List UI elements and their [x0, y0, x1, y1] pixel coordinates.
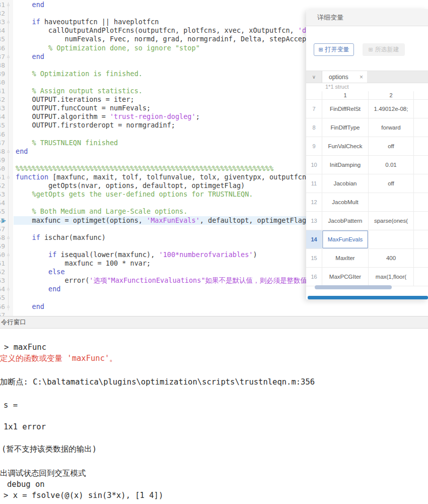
column-header[interactable]: 2 [369, 91, 414, 100]
fold-marker-icon[interactable]: ⌂ [5, 233, 12, 242]
code-line: getOpts(nvar, options, defaultopt, optim… [16, 181, 245, 190]
table-row: 8FinDiffTypeforward [306, 118, 428, 137]
fold-marker-icon[interactable]: ⌂ [5, 302, 12, 311]
console-line: > maxFunc [4, 343, 46, 352]
cell-field-value[interactable] [369, 193, 414, 212]
variable-table: 127FinDiffRelSt1.49012e-08;8FinDiffTypef… [306, 91, 428, 286]
line-number: 350 [0, 164, 5, 173]
close-icon[interactable]: × [360, 74, 367, 81]
cell-empty[interactable] [414, 212, 428, 230]
table-row: 7FinDiffRelSt1.49012e-08; [306, 100, 428, 118]
cell-field-name[interactable]: Jacobian [322, 174, 369, 193]
line-number: 358 [0, 233, 5, 242]
cell-field-name[interactable]: MaxIter [322, 249, 369, 268]
table-row: 12JacobMult [306, 193, 428, 212]
cell-empty[interactable] [414, 174, 428, 193]
line-number: 356 [0, 216, 5, 225]
new-from-selection-button[interactable]: ⊞ 所选新建 [363, 43, 405, 56]
scrollbar-thumb[interactable] [315, 285, 392, 289]
fold-marker-icon[interactable]: ⌂ [5, 1, 12, 9]
line-number: 334 [0, 26, 5, 35]
cell-field-name[interactable]: FinDiffRelSt [322, 100, 369, 118]
variable-type-label: 1*1 struct [306, 83, 428, 91]
new-from-selection-label: 所选新建 [375, 45, 399, 54]
code-line: callOutputAndPlotFcns(outputfcn, plotfcn… [16, 26, 355, 35]
code-line: end [16, 285, 60, 293]
row-number[interactable]: 12 [306, 193, 322, 212]
console-line: (暂不支持该类数据的输出) [2, 445, 97, 454]
cell-empty[interactable] [414, 193, 428, 212]
horizontal-scrollbar[interactable] [306, 285, 428, 290]
row-number[interactable]: 9 [306, 137, 322, 156]
line-number: 348 [0, 147, 5, 156]
line-number: 338 [0, 61, 5, 70]
row-number[interactable]: 10 [306, 156, 322, 174]
line-number: 367 [0, 311, 5, 316]
column-header[interactable]: 1 [322, 91, 369, 100]
cell-empty[interactable] [414, 156, 428, 174]
fold-marker-icon[interactable]: ⌂ [5, 18, 12, 26]
row-number[interactable]: 7 [306, 100, 322, 118]
row-number[interactable]: 14 [306, 230, 322, 249]
fold-marker-icon[interactable]: ⌂ [5, 285, 12, 293]
cell-field-name[interactable]: JacobMult [322, 193, 369, 212]
cell-field-value[interactable]: forward [369, 118, 414, 137]
row-number[interactable]: 11 [306, 174, 322, 193]
cell-field-name[interactable]: FinDiffType [322, 118, 369, 137]
line-number: 364 [0, 285, 5, 293]
line-number: 332 [0, 9, 5, 18]
command-window-title: 令行窗口 [1, 317, 26, 328]
cell-field-value[interactable] [369, 230, 414, 249]
fold-marker-icon[interactable]: ⌂ [5, 250, 12, 259]
code-line: %getOpts gets the user-defined options f… [16, 190, 253, 199]
cell-field-value[interactable]: 1.49012e-08; [369, 100, 414, 118]
cell-field-value[interactable]: max(1,floor( [369, 268, 414, 286]
cell-empty[interactable] [414, 230, 428, 249]
open-variable-button[interactable]: ⊞ 打开变量 [314, 43, 354, 56]
chevron-down-icon[interactable]: ∨ [306, 71, 322, 83]
cell-field-name[interactable]: FunValCheck [322, 137, 369, 156]
cell-field-value[interactable]: off [369, 137, 414, 156]
row-number[interactable]: 15 [306, 249, 322, 268]
command-window[interactable]: > maxFunc定义的函数或变量 'maxFunc'。加断点: C:\balt… [0, 329, 428, 504]
code-line: OUTPUT.funcCount = numFevals; [16, 104, 151, 112]
code-line: maxfunc = optimget(options, 'MaxFunEvals… [16, 216, 314, 225]
line-number: 351 [0, 173, 5, 181]
fold-marker-icon[interactable]: ⌂ [5, 147, 12, 156]
selected-cell-field-name[interactable]: MaxFunEvals [322, 230, 369, 249]
console-line: 出调试状态回到交互模式 [0, 469, 86, 478]
row-number[interactable]: 13 [306, 212, 322, 230]
line-number: 335 [0, 35, 5, 43]
console-line: s = [4, 401, 18, 410]
code-line: % Optimization done, so ignore "stop" [16, 44, 200, 52]
variables-panel: 详细变量 ⊞ 打开变量 ⊞ 所选新建 ∨ options × 1*1 struc… [306, 9, 428, 299]
cell-field-value[interactable]: off [369, 174, 414, 193]
cell-empty[interactable] [414, 118, 428, 137]
fold-marker-icon[interactable]: ⌂ [5, 173, 12, 181]
code-line: maxfunc = 100 * nvar; [16, 259, 151, 268]
cell-field-value[interactable]: 0.01 [369, 156, 414, 174]
grid-icon: ⊞ [368, 47, 373, 52]
cell-field-name[interactable]: MaxPCGIter [322, 268, 369, 286]
cell-field-value[interactable]: sparse(ones( [369, 212, 414, 230]
cell-field-name[interactable]: InitDamping [322, 156, 369, 174]
code-line: if isequal(lower(maxfunc), '100*numberof… [16, 250, 257, 259]
line-number: 333 [0, 18, 5, 26]
row-number[interactable]: 8 [306, 118, 322, 137]
console-line: 1x1 error [4, 422, 46, 432]
cell-empty[interactable] [414, 100, 428, 118]
open-variable-label: 打开变量 [325, 45, 349, 54]
code-line: error('选项"MaxFunctionEvaluations"如果不是默认值… [16, 276, 322, 285]
cell-empty[interactable] [414, 249, 428, 268]
line-number: 347 [0, 139, 5, 147]
tab-options[interactable]: options × [322, 71, 367, 83]
code-line: OUTPUT.algorithm = 'trust-region-dogleg'… [16, 112, 200, 121]
fold-marker-icon[interactable]: ⌂ [5, 52, 12, 61]
cell-empty[interactable] [414, 137, 428, 156]
cell-field-value[interactable]: 400 [369, 249, 414, 268]
row-number[interactable]: 16 [306, 268, 322, 286]
code-line: if ischar(maxfunc) [16, 233, 106, 242]
cell-empty[interactable] [414, 268, 428, 286]
line-number: 357 [0, 225, 5, 233]
cell-field-name[interactable]: JacobPattern [322, 212, 369, 230]
